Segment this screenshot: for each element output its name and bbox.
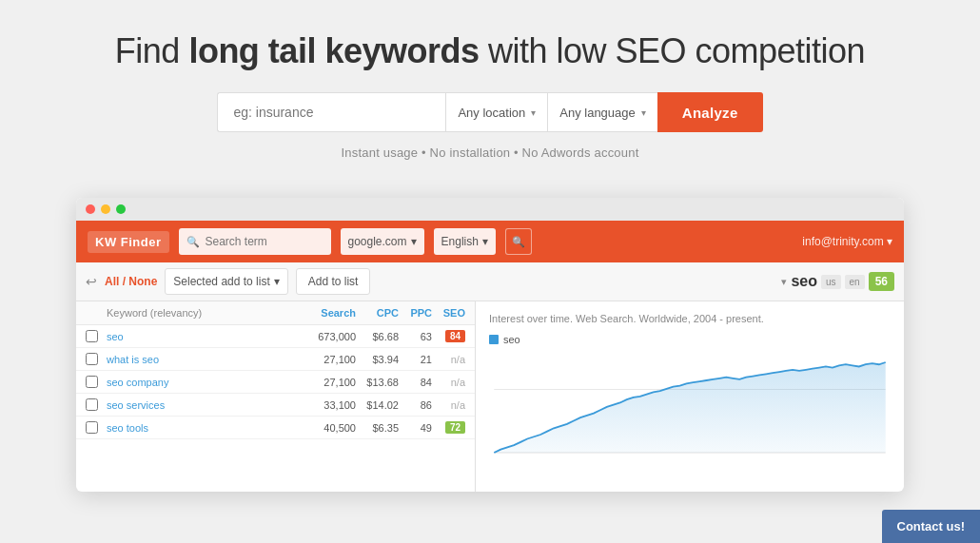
close-dot — [86, 204, 95, 214]
app-language-dropdown[interactable]: English ▾ — [434, 228, 496, 255]
row-checkbox[interactable] — [86, 376, 107, 388]
header-ppc[interactable]: PPC — [399, 307, 432, 319]
row-checkbox[interactable] — [86, 353, 107, 365]
row-seo: 84 — [432, 330, 465, 342]
app-search-input[interactable] — [179, 228, 331, 255]
row-checkbox[interactable] — [86, 421, 107, 434]
header-check — [86, 307, 107, 319]
hero-title-suffix: with low SEO competition — [479, 31, 865, 70]
app-search-button[interactable]: 🔍 — [505, 228, 532, 255]
table-row: seo 673,000 $6.68 63 84 — [76, 325, 475, 348]
seo-score-badge: 56 — [869, 272, 894, 291]
domain-chevron-icon: ▾ — [411, 235, 417, 248]
row-checkbox[interactable] — [86, 330, 107, 342]
domain-dropdown[interactable]: google.com ▾ — [341, 228, 424, 255]
legend-dot-seo — [489, 335, 499, 344]
hero-section: Find long tail keywords with low SEO com… — [0, 0, 980, 198]
app-content: Keyword (relevancy) Search CPC PPC SEO s… — [76, 301, 904, 492]
row-cpc: $6.68 — [356, 331, 399, 342]
seo-na: n/a — [451, 354, 465, 365]
row-ppc: 21 — [399, 354, 432, 365]
row-keyword[interactable]: seo tools — [107, 422, 299, 434]
row-cpc: $13.68 — [356, 377, 399, 388]
app-header: KW Finder 🔍 google.com ▾ English ▾ 🔍 inf… — [76, 221, 904, 262]
keyword-table: Keyword (relevancy) Search CPC PPC SEO s… — [76, 301, 476, 492]
row-seo: 72 — [432, 421, 465, 434]
trend-chart — [489, 353, 891, 467]
table-header: Keyword (relevancy) Search CPC PPC SEO — [76, 301, 475, 325]
row-keyword[interactable]: what is seo — [107, 354, 299, 365]
row-ppc: 86 — [399, 399, 432, 411]
row-keyword[interactable]: seo company — [107, 377, 299, 388]
language-dropdown[interactable]: Any language ▾ — [547, 92, 657, 132]
row-search: 27,100 — [299, 377, 356, 388]
table-row: seo services 33,100 $14.02 86 n/a — [76, 394, 475, 417]
tag-en: en — [845, 275, 865, 289]
header-keyword: Keyword (relevancy) — [107, 307, 299, 319]
seo-na: n/a — [451, 399, 465, 411]
list-dropdown-chevron-icon: ▾ — [274, 275, 280, 288]
chart-title: Interest over time. Web Search. Worldwid… — [489, 313, 891, 324]
legend-label-seo: seo — [503, 334, 520, 345]
row-search: 33,100 — [299, 399, 356, 411]
app-window: KW Finder 🔍 google.com ▾ English ▾ 🔍 inf… — [76, 198, 904, 492]
row-keyword[interactable]: seo — [107, 331, 299, 342]
keyword-search-input[interactable] — [217, 92, 445, 132]
maximize-dot — [116, 204, 126, 214]
row-seo: n/a — [432, 399, 465, 411]
location-dropdown[interactable]: Any location ▾ — [445, 92, 547, 132]
hero-title: Find long tail keywords with low SEO com… — [19, 30, 961, 71]
row-cpc: $6.35 — [356, 422, 399, 434]
header-cpc[interactable]: CPC — [356, 307, 399, 319]
row-ppc: 84 — [399, 377, 432, 388]
row-cpc: $14.02 — [356, 399, 399, 411]
row-cpc: $3.94 — [356, 354, 399, 365]
seo-badge-orange: 84 — [445, 330, 465, 342]
back-icon[interactable]: ↩ — [86, 274, 97, 289]
app-toolbar: ↩ All / None Selected add to list ▾ Add … — [76, 262, 904, 301]
title-bar — [76, 198, 904, 221]
table-body: seo 673,000 $6.68 63 84 what is seo 27,1… — [76, 325, 475, 439]
row-keyword[interactable]: seo services — [107, 399, 299, 411]
app-email[interactable]: info@trinity.com ▾ — [802, 235, 892, 248]
app-search-wrap: 🔍 — [179, 228, 331, 255]
row-seo: n/a — [432, 354, 465, 365]
app-search-icon: 🔍 — [186, 236, 200, 248]
chart-legend: seo — [489, 334, 891, 345]
row-search: 27,100 — [299, 354, 356, 365]
row-ppc: 63 — [399, 331, 432, 342]
table-row: seo company 27,100 $13.68 84 n/a — [76, 371, 475, 394]
chart-area: Interest over time. Web Search. Worldwid… — [476, 301, 904, 492]
header-search[interactable]: Search — [299, 307, 356, 319]
row-checkbox[interactable] — [86, 398, 107, 411]
table-row: seo tools 40,500 $6.35 49 72 — [76, 417, 475, 439]
minimize-dot — [101, 204, 110, 214]
hero-title-prefix: Find — [115, 31, 189, 70]
table-row: what is seo 27,100 $3.94 21 n/a — [76, 348, 475, 371]
seo-indicator: ▾ seo us en 56 — [781, 272, 894, 291]
seo-badge-olive: 72 — [445, 421, 465, 434]
hero-title-bold: long tail keywords — [188, 31, 479, 70]
analyze-button[interactable]: Analyze — [657, 92, 763, 132]
seo-indicator-arrow: ▾ — [781, 276, 787, 288]
tag-us: us — [821, 275, 841, 289]
search-go-icon: 🔍 — [512, 236, 525, 248]
row-search: 673,000 — [299, 331, 356, 342]
kw-logo: KW Finder — [88, 231, 169, 253]
app-language-chevron-icon: ▾ — [482, 235, 488, 248]
row-seo: n/a — [432, 377, 465, 388]
header-seo[interactable]: SEO — [432, 307, 465, 319]
contact-button[interactable]: Contact us! — [882, 510, 981, 543]
all-none-button[interactable]: All / None — [105, 275, 157, 288]
row-search: 40,500 — [299, 422, 356, 434]
location-chevron-icon: ▾ — [531, 107, 536, 118]
search-bar: Any location ▾ Any language ▾ Analyze — [181, 92, 799, 132]
language-chevron-icon: ▾ — [641, 107, 646, 118]
row-ppc: 49 — [399, 422, 432, 434]
list-dropdown[interactable]: Selected add to list ▾ — [165, 268, 287, 295]
seo-na: n/a — [451, 377, 465, 388]
seo-search-term: seo — [791, 273, 817, 290]
tagline: Instant usage • No installation • No Adw… — [19, 145, 961, 160]
add-to-list-button[interactable]: Add to list — [296, 268, 371, 295]
